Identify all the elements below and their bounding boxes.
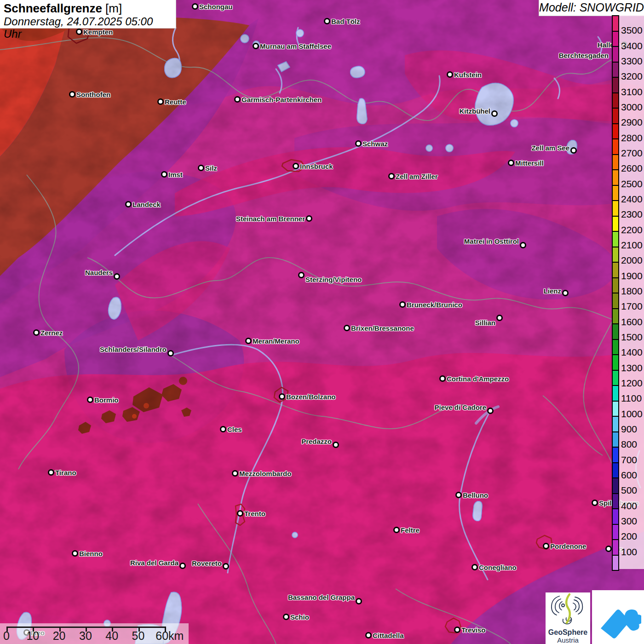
city-label-garmisch-partenkirchen: Garmisch-Partenkirchen (242, 96, 322, 104)
city-label-silz: Silz (205, 164, 217, 172)
city-label-bienno: Bienno (79, 550, 103, 558)
city-dot-belluno (455, 492, 462, 498)
city-label-schwaz: Schwaz (362, 140, 388, 148)
city-label-rovereto: Rovereto (192, 559, 222, 567)
city-label-bormio: Bormio (94, 396, 119, 404)
city-dot-mezzolombardo (232, 470, 238, 477)
city-dot-bienno (72, 550, 78, 557)
city-dot-landeck (125, 201, 132, 207)
colorbar-block-15 (613, 247, 618, 263)
colorbar-block-0 (613, 16, 618, 32)
colorbar-tick-100: 100 (621, 546, 637, 557)
colorbar-block-27 (613, 432, 618, 448)
city-label-tirano: Tirano (55, 469, 76, 477)
colorbar-tick-400: 400 (621, 500, 637, 511)
colorbar-tick-2500: 2500 (621, 178, 643, 189)
city-label-zell-am-see: Zell am See (531, 144, 569, 152)
city-dot-sonthofen (69, 91, 75, 98)
city-label-trento: Trento (244, 510, 265, 518)
city-label-bozen-bolzano: Bozen/Bolzano (286, 393, 336, 401)
map-datetime: Donnerstag, 24.07.2025 05:00 Uhr (4, 15, 172, 40)
colorbar-tick-1300: 1300 (621, 362, 643, 373)
city-label-zell-am-ziller: Zell am Ziller (396, 172, 438, 180)
colorbar-block-17 (613, 278, 618, 294)
colorbar-tick-2000: 2000 (621, 255, 643, 266)
colorbar-block-22 (613, 355, 618, 371)
colorbar-tick-700: 700 (621, 454, 637, 465)
city-dot-zernez (33, 329, 40, 336)
colorbar-tick-500: 500 (621, 485, 637, 496)
city-label-mittersill: Mittersill (515, 159, 544, 167)
colorbar-tick-3000: 3000 (621, 102, 643, 113)
city-dot-schongau (192, 3, 198, 10)
city-dot-schio (283, 614, 289, 620)
city-dot-brixen-bressanone (344, 325, 350, 331)
colorbar-block-29 (613, 463, 618, 479)
colorbar-block-34 (613, 540, 618, 556)
city-dot-meran-merano (245, 338, 252, 344)
colorbar-block-30 (613, 478, 618, 494)
city-dot-mittersill (508, 160, 514, 166)
colorbar-block-25 (613, 402, 618, 417)
city-label-brixen-bressanone: Brixen/Bressanone (351, 324, 414, 332)
city-label-feltre: Feltre (401, 526, 420, 534)
colorbar-tick-800: 800 (621, 439, 637, 450)
scale-label-20: 20 (53, 629, 66, 643)
colorbar-tick-2700: 2700 (621, 148, 643, 159)
city-dot-cles (220, 426, 226, 432)
colorbar-block-12 (613, 201, 618, 217)
city-label-pordenone: Pordenone (550, 542, 586, 550)
colorbar-tick-1900: 1900 (621, 270, 643, 281)
city-dot-matrei-in-osttirol (520, 242, 526, 248)
map-title: Schneefallgrenze [m] (4, 1, 172, 15)
colorbar-block-14 (613, 232, 618, 247)
city-label-conegliano: Conegliano (479, 564, 517, 571)
city-dot-lienz (562, 290, 569, 296)
city-label-steinach-am-brenner: Steinach am Brenner (236, 215, 305, 223)
colorbar-block-31 (613, 494, 618, 510)
colorbar-tick-2600: 2600 (621, 163, 643, 174)
colorbar-tick-1400: 1400 (621, 347, 643, 358)
colorbar-tick-3300: 3300 (621, 56, 643, 67)
colorbar-block-33 (613, 525, 618, 540)
colorbar-tick-2100: 2100 (621, 240, 643, 251)
geosphere-swirl-icon (546, 592, 590, 627)
city-dot-treviso (454, 627, 460, 633)
city-label-kufstein: Kufstein (454, 71, 482, 79)
colorbar-tick-3500: 3500 (621, 25, 643, 36)
colorbar-block-19 (613, 309, 618, 325)
city-label-murnau-am-staffelsee: Murnau am Staffelsee (260, 42, 331, 50)
scale-label-10: 10 (26, 629, 39, 643)
city-label-cittadella: Cittadella (373, 632, 404, 639)
city-label-landeck: Landeck (132, 201, 161, 208)
colorbar-tick-2300: 2300 (621, 209, 643, 220)
city-label-schongau: Schongau (199, 3, 233, 11)
city-label-meran-merano: Meran/Merano (253, 337, 299, 345)
city-dot-zell-am-ziller (388, 173, 395, 179)
city-dot-feltre (393, 527, 400, 533)
city-label-treviso: Treviso (461, 626, 486, 634)
colorbar-block-1 (613, 32, 618, 47)
city-dot-spilimbergo (592, 500, 598, 506)
colorbar-tick-1600: 1600 (621, 316, 643, 327)
colorbar-block-3 (613, 63, 618, 78)
colorbar-tick-1700: 1700 (621, 301, 643, 312)
city-label-matrei-in-osttirol: Matrei in Osttirol (464, 237, 519, 245)
scale-label-40: 40 (105, 629, 118, 643)
scale-label-50: 50 (132, 629, 145, 643)
colorbar-tick-900: 900 (621, 424, 637, 435)
city-dot-schlanders-silandro (167, 350, 174, 356)
city-dot-imst (161, 171, 167, 178)
scale-label-0: 0 (3, 629, 10, 643)
city-label-zernez: Zernez (40, 329, 63, 337)
city-dot-rovereto (223, 563, 229, 569)
partner-logo-box (592, 590, 644, 644)
city-dot-murnau-am-staffelsee (253, 43, 259, 49)
city-dot-silz (198, 165, 204, 171)
city-label-kitzb-hel: Kitzbühel (460, 107, 491, 115)
colorbar-tick-1200: 1200 (621, 378, 643, 389)
city-dot-sterzing-vipiteno (298, 272, 305, 278)
city-label-predazzo: Predazzo (301, 437, 332, 445)
city-dot-schwaz (355, 140, 362, 147)
colorbar-tick-3400: 3400 (621, 40, 643, 51)
